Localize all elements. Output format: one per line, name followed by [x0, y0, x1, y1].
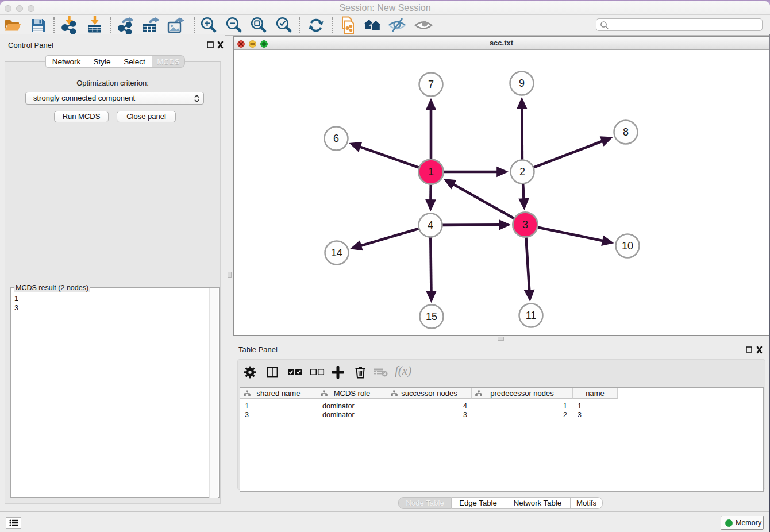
svg-text:14: 14 [331, 247, 342, 259]
svg-text:2: 2 [519, 166, 525, 178]
svg-text:4: 4 [428, 219, 433, 231]
svg-text:6: 6 [333, 133, 339, 144]
svg-text:7: 7 [428, 79, 434, 90]
svg-text:8: 8 [623, 126, 629, 138]
svg-text:10: 10 [622, 240, 633, 252]
svg-text:9: 9 [519, 78, 525, 89]
svg-text:11: 11 [526, 310, 537, 321]
svg-text:1: 1 [428, 166, 434, 178]
svg-text:15: 15 [426, 311, 437, 322]
svg-text:3: 3 [522, 219, 528, 230]
